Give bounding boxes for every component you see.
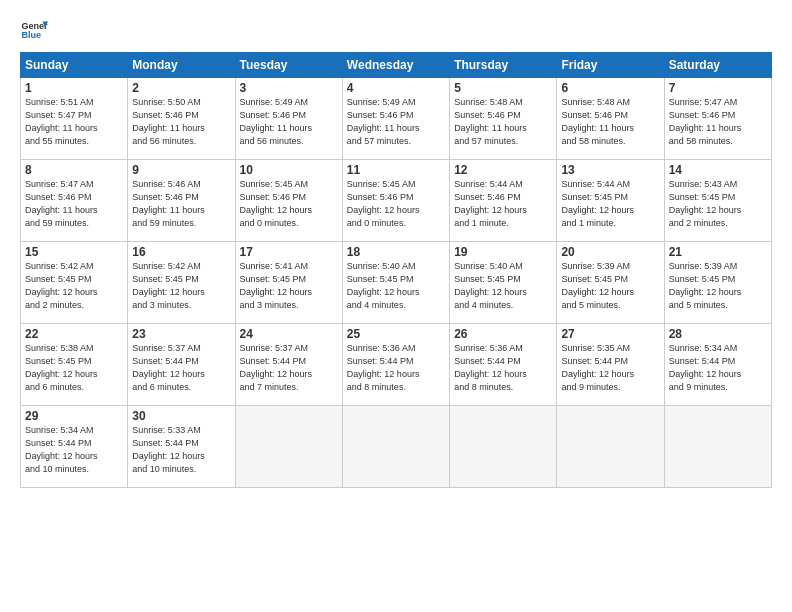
day-cell: 4Sunrise: 5:49 AM Sunset: 5:46 PM Daylig… [342,78,449,160]
col-header-monday: Monday [128,53,235,78]
day-cell: 24Sunrise: 5:37 AM Sunset: 5:44 PM Dayli… [235,324,342,406]
week-row-2: 15Sunrise: 5:42 AM Sunset: 5:45 PM Dayli… [21,242,772,324]
col-header-tuesday: Tuesday [235,53,342,78]
day-cell: 10Sunrise: 5:45 AM Sunset: 5:46 PM Dayli… [235,160,342,242]
day-number: 6 [561,81,659,95]
day-number: 23 [132,327,230,341]
day-number: 26 [454,327,552,341]
day-info: Sunrise: 5:33 AM Sunset: 5:44 PM Dayligh… [132,424,230,476]
day-cell: 12Sunrise: 5:44 AM Sunset: 5:46 PM Dayli… [450,160,557,242]
header: General Blue [20,16,772,44]
week-row-4: 29Sunrise: 5:34 AM Sunset: 5:44 PM Dayli… [21,406,772,488]
day-info: Sunrise: 5:34 AM Sunset: 5:44 PM Dayligh… [669,342,767,394]
day-cell: 14Sunrise: 5:43 AM Sunset: 5:45 PM Dayli… [664,160,771,242]
logo: General Blue [20,16,48,44]
day-info: Sunrise: 5:40 AM Sunset: 5:45 PM Dayligh… [454,260,552,312]
day-cell: 19Sunrise: 5:40 AM Sunset: 5:45 PM Dayli… [450,242,557,324]
day-info: Sunrise: 5:39 AM Sunset: 5:45 PM Dayligh… [669,260,767,312]
day-number: 16 [132,245,230,259]
day-number: 10 [240,163,338,177]
day-info: Sunrise: 5:43 AM Sunset: 5:45 PM Dayligh… [669,178,767,230]
day-info: Sunrise: 5:36 AM Sunset: 5:44 PM Dayligh… [347,342,445,394]
day-cell [235,406,342,488]
day-number: 29 [25,409,123,423]
day-number: 14 [669,163,767,177]
col-header-thursday: Thursday [450,53,557,78]
day-cell: 18Sunrise: 5:40 AM Sunset: 5:45 PM Dayli… [342,242,449,324]
day-cell: 30Sunrise: 5:33 AM Sunset: 5:44 PM Dayli… [128,406,235,488]
day-info: Sunrise: 5:42 AM Sunset: 5:45 PM Dayligh… [132,260,230,312]
day-number: 15 [25,245,123,259]
day-cell: 13Sunrise: 5:44 AM Sunset: 5:45 PM Dayli… [557,160,664,242]
day-info: Sunrise: 5:42 AM Sunset: 5:45 PM Dayligh… [25,260,123,312]
day-cell: 5Sunrise: 5:48 AM Sunset: 5:46 PM Daylig… [450,78,557,160]
day-cell: 1Sunrise: 5:51 AM Sunset: 5:47 PM Daylig… [21,78,128,160]
day-cell: 27Sunrise: 5:35 AM Sunset: 5:44 PM Dayli… [557,324,664,406]
week-row-0: 1Sunrise: 5:51 AM Sunset: 5:47 PM Daylig… [21,78,772,160]
day-cell: 28Sunrise: 5:34 AM Sunset: 5:44 PM Dayli… [664,324,771,406]
day-info: Sunrise: 5:39 AM Sunset: 5:45 PM Dayligh… [561,260,659,312]
day-info: Sunrise: 5:37 AM Sunset: 5:44 PM Dayligh… [240,342,338,394]
day-number: 25 [347,327,445,341]
day-cell: 17Sunrise: 5:41 AM Sunset: 5:45 PM Dayli… [235,242,342,324]
day-cell: 8Sunrise: 5:47 AM Sunset: 5:46 PM Daylig… [21,160,128,242]
day-number: 17 [240,245,338,259]
day-number: 22 [25,327,123,341]
day-cell: 3Sunrise: 5:49 AM Sunset: 5:46 PM Daylig… [235,78,342,160]
day-info: Sunrise: 5:36 AM Sunset: 5:44 PM Dayligh… [454,342,552,394]
day-info: Sunrise: 5:38 AM Sunset: 5:45 PM Dayligh… [25,342,123,394]
day-number: 27 [561,327,659,341]
day-cell: 2Sunrise: 5:50 AM Sunset: 5:46 PM Daylig… [128,78,235,160]
day-info: Sunrise: 5:49 AM Sunset: 5:46 PM Dayligh… [240,96,338,148]
day-info: Sunrise: 5:49 AM Sunset: 5:46 PM Dayligh… [347,96,445,148]
day-info: Sunrise: 5:45 AM Sunset: 5:46 PM Dayligh… [347,178,445,230]
day-info: Sunrise: 5:45 AM Sunset: 5:46 PM Dayligh… [240,178,338,230]
day-cell: 9Sunrise: 5:46 AM Sunset: 5:46 PM Daylig… [128,160,235,242]
col-header-friday: Friday [557,53,664,78]
day-cell: 15Sunrise: 5:42 AM Sunset: 5:45 PM Dayli… [21,242,128,324]
day-cell: 25Sunrise: 5:36 AM Sunset: 5:44 PM Dayli… [342,324,449,406]
day-number: 19 [454,245,552,259]
day-cell [664,406,771,488]
day-info: Sunrise: 5:48 AM Sunset: 5:46 PM Dayligh… [561,96,659,148]
day-cell: 26Sunrise: 5:36 AM Sunset: 5:44 PM Dayli… [450,324,557,406]
day-info: Sunrise: 5:37 AM Sunset: 5:44 PM Dayligh… [132,342,230,394]
day-cell: 22Sunrise: 5:38 AM Sunset: 5:45 PM Dayli… [21,324,128,406]
day-number: 7 [669,81,767,95]
col-header-wednesday: Wednesday [342,53,449,78]
day-number: 28 [669,327,767,341]
day-cell: 23Sunrise: 5:37 AM Sunset: 5:44 PM Dayli… [128,324,235,406]
day-info: Sunrise: 5:44 AM Sunset: 5:45 PM Dayligh… [561,178,659,230]
svg-text:Blue: Blue [21,30,41,40]
day-info: Sunrise: 5:44 AM Sunset: 5:46 PM Dayligh… [454,178,552,230]
day-number: 4 [347,81,445,95]
day-cell: 21Sunrise: 5:39 AM Sunset: 5:45 PM Dayli… [664,242,771,324]
day-info: Sunrise: 5:41 AM Sunset: 5:45 PM Dayligh… [240,260,338,312]
day-info: Sunrise: 5:47 AM Sunset: 5:46 PM Dayligh… [669,96,767,148]
day-number: 24 [240,327,338,341]
day-cell [342,406,449,488]
day-info: Sunrise: 5:51 AM Sunset: 5:47 PM Dayligh… [25,96,123,148]
logo-icon: General Blue [20,16,48,44]
day-info: Sunrise: 5:48 AM Sunset: 5:46 PM Dayligh… [454,96,552,148]
col-header-saturday: Saturday [664,53,771,78]
calendar: SundayMondayTuesdayWednesdayThursdayFrid… [20,52,772,488]
day-info: Sunrise: 5:47 AM Sunset: 5:46 PM Dayligh… [25,178,123,230]
day-number: 18 [347,245,445,259]
day-number: 8 [25,163,123,177]
day-number: 11 [347,163,445,177]
day-number: 1 [25,81,123,95]
day-number: 21 [669,245,767,259]
page: General Blue SundayMondayTuesdayWednesda… [0,0,792,612]
day-cell: 11Sunrise: 5:45 AM Sunset: 5:46 PM Dayli… [342,160,449,242]
header-row: SundayMondayTuesdayWednesdayThursdayFrid… [21,53,772,78]
day-number: 2 [132,81,230,95]
day-cell: 20Sunrise: 5:39 AM Sunset: 5:45 PM Dayli… [557,242,664,324]
day-info: Sunrise: 5:34 AM Sunset: 5:44 PM Dayligh… [25,424,123,476]
day-cell: 6Sunrise: 5:48 AM Sunset: 5:46 PM Daylig… [557,78,664,160]
day-cell: 29Sunrise: 5:34 AM Sunset: 5:44 PM Dayli… [21,406,128,488]
day-number: 12 [454,163,552,177]
day-cell [450,406,557,488]
day-info: Sunrise: 5:50 AM Sunset: 5:46 PM Dayligh… [132,96,230,148]
day-number: 3 [240,81,338,95]
